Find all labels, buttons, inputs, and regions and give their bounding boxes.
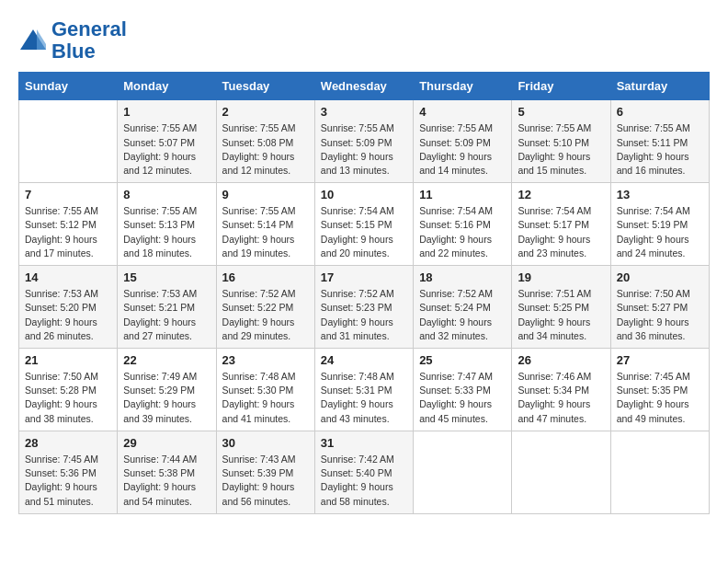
day-info: Sunrise: 7:45 AMSunset: 5:36 PMDaylight:… [25, 453, 111, 509]
day-info: Sunrise: 7:55 AMSunset: 5:10 PMDaylight:… [518, 121, 604, 178]
day-number: 1 [123, 105, 210, 119]
day-number: 27 [617, 353, 703, 367]
day-number: 22 [123, 353, 210, 367]
calendar-cell: 26Sunrise: 7:46 AMSunset: 5:34 PMDayligh… [512, 349, 610, 431]
day-info: Sunrise: 7:55 AMSunset: 5:07 PMDaylight:… [123, 121, 210, 178]
day-number: 24 [321, 353, 407, 367]
day-info: Sunrise: 7:55 AMSunset: 5:14 PMDaylight:… [222, 204, 309, 260]
calendar-cell: 18Sunrise: 7:52 AMSunset: 5:24 PMDayligh… [414, 266, 512, 349]
header-day: Sunday [19, 73, 118, 100]
calendar-body: 1Sunrise: 7:55 AMSunset: 5:07 PMDaylight… [19, 100, 710, 513]
day-info: Sunrise: 7:45 AMSunset: 5:35 PMDaylight:… [617, 370, 703, 426]
calendar-cell [512, 431, 610, 513]
day-info: Sunrise: 7:55 AMSunset: 5:11 PMDaylight:… [617, 121, 703, 178]
day-number: 8 [123, 188, 210, 201]
day-info: Sunrise: 7:54 AMSunset: 5:17 PMDaylight:… [518, 204, 604, 260]
calendar-week: 21Sunrise: 7:50 AMSunset: 5:28 PMDayligh… [19, 349, 710, 431]
calendar-cell: 4Sunrise: 7:55 AMSunset: 5:09 PMDaylight… [414, 100, 512, 183]
calendar-week: 28Sunrise: 7:45 AMSunset: 5:36 PMDayligh… [19, 431, 710, 513]
day-number: 11 [419, 188, 506, 201]
logo-icon [18, 28, 48, 53]
calendar-cell: 7Sunrise: 7:55 AMSunset: 5:12 PMDaylight… [19, 183, 118, 266]
day-number: 9 [222, 188, 309, 201]
day-number: 2 [222, 105, 309, 119]
day-number: 12 [518, 188, 604, 201]
calendar-cell: 10Sunrise: 7:54 AMSunset: 5:15 PMDayligh… [314, 183, 413, 266]
calendar-week: 7Sunrise: 7:55 AMSunset: 5:12 PMDaylight… [19, 183, 710, 266]
page-header: General Blue [18, 18, 710, 63]
calendar-cell [414, 431, 512, 513]
day-info: Sunrise: 7:49 AMSunset: 5:29 PMDaylight:… [123, 370, 210, 426]
calendar-cell: 8Sunrise: 7:55 AMSunset: 5:13 PMDaylight… [118, 183, 216, 266]
calendar-cell: 15Sunrise: 7:53 AMSunset: 5:21 PMDayligh… [118, 266, 216, 349]
calendar-cell: 3Sunrise: 7:55 AMSunset: 5:09 PMDaylight… [314, 100, 413, 183]
header-day: Thursday [414, 73, 512, 100]
calendar-cell: 22Sunrise: 7:49 AMSunset: 5:29 PMDayligh… [118, 349, 216, 431]
calendar-cell: 29Sunrise: 7:44 AMSunset: 5:38 PMDayligh… [118, 431, 216, 513]
day-info: Sunrise: 7:54 AMSunset: 5:19 PMDaylight:… [617, 204, 703, 260]
calendar-cell: 20Sunrise: 7:50 AMSunset: 5:27 PMDayligh… [610, 266, 709, 349]
day-number: 21 [25, 353, 111, 367]
day-number: 18 [419, 270, 506, 284]
calendar-table: SundayMondayTuesdayWednesdayThursdayFrid… [18, 72, 710, 513]
day-number: 14 [25, 270, 111, 284]
day-info: Sunrise: 7:42 AMSunset: 5:40 PMDaylight:… [321, 453, 407, 509]
day-number: 25 [419, 353, 506, 367]
day-number: 5 [518, 105, 604, 119]
calendar-cell: 27Sunrise: 7:45 AMSunset: 5:35 PMDayligh… [610, 349, 709, 431]
logo-blue: Blue [51, 40, 96, 63]
day-info: Sunrise: 7:50 AMSunset: 5:28 PMDaylight:… [25, 370, 111, 426]
calendar-cell [19, 100, 118, 183]
calendar-cell: 1Sunrise: 7:55 AMSunset: 5:07 PMDaylight… [118, 100, 216, 183]
day-info: Sunrise: 7:48 AMSunset: 5:31 PMDaylight:… [321, 370, 407, 426]
day-info: Sunrise: 7:55 AMSunset: 5:09 PMDaylight:… [419, 121, 506, 178]
day-info: Sunrise: 7:53 AMSunset: 5:20 PMDaylight:… [25, 287, 111, 343]
calendar-cell: 2Sunrise: 7:55 AMSunset: 5:08 PMDaylight… [216, 100, 314, 183]
calendar-week: 14Sunrise: 7:53 AMSunset: 5:20 PMDayligh… [19, 266, 710, 349]
header-day: Wednesday [314, 73, 413, 100]
calendar-header: SundayMondayTuesdayWednesdayThursdayFrid… [19, 73, 710, 100]
day-number: 17 [321, 270, 407, 284]
day-number: 15 [123, 270, 210, 284]
day-number: 7 [25, 188, 111, 201]
logo-general: General [51, 17, 127, 40]
day-number: 16 [222, 270, 309, 284]
calendar-cell: 19Sunrise: 7:51 AMSunset: 5:25 PMDayligh… [512, 266, 610, 349]
day-number: 13 [617, 188, 703, 201]
day-info: Sunrise: 7:51 AMSunset: 5:25 PMDaylight:… [518, 287, 604, 343]
calendar-cell: 31Sunrise: 7:42 AMSunset: 5:40 PMDayligh… [314, 431, 413, 513]
calendar-cell: 6Sunrise: 7:55 AMSunset: 5:11 PMDaylight… [610, 100, 709, 183]
calendar-cell: 13Sunrise: 7:54 AMSunset: 5:19 PMDayligh… [610, 183, 709, 266]
day-number: 30 [222, 436, 309, 450]
calendar-cell: 17Sunrise: 7:52 AMSunset: 5:23 PMDayligh… [314, 266, 413, 349]
day-info: Sunrise: 7:43 AMSunset: 5:39 PMDaylight:… [222, 453, 309, 509]
day-info: Sunrise: 7:55 AMSunset: 5:09 PMDaylight:… [321, 121, 407, 178]
calendar-week: 1Sunrise: 7:55 AMSunset: 5:07 PMDaylight… [19, 100, 710, 183]
day-number: 28 [25, 436, 111, 450]
calendar-cell: 23Sunrise: 7:48 AMSunset: 5:30 PMDayligh… [216, 349, 314, 431]
header-day: Tuesday [216, 73, 314, 100]
day-info: Sunrise: 7:55 AMSunset: 5:12 PMDaylight:… [25, 204, 111, 260]
day-number: 23 [222, 353, 309, 367]
calendar-cell: 28Sunrise: 7:45 AMSunset: 5:36 PMDayligh… [19, 431, 118, 513]
calendar-cell: 9Sunrise: 7:55 AMSunset: 5:14 PMDaylight… [216, 183, 314, 266]
day-number: 4 [419, 105, 506, 119]
day-info: Sunrise: 7:52 AMSunset: 5:23 PMDaylight:… [321, 287, 407, 343]
day-info: Sunrise: 7:53 AMSunset: 5:21 PMDaylight:… [123, 287, 210, 343]
day-info: Sunrise: 7:48 AMSunset: 5:30 PMDaylight:… [222, 370, 309, 426]
day-number: 6 [617, 105, 703, 119]
svg-marker-1 [37, 29, 46, 50]
calendar-cell: 25Sunrise: 7:47 AMSunset: 5:33 PMDayligh… [414, 349, 512, 431]
logo: General Blue [18, 18, 127, 63]
header-day: Saturday [610, 73, 709, 100]
day-info: Sunrise: 7:52 AMSunset: 5:22 PMDaylight:… [222, 287, 309, 343]
calendar-cell: 12Sunrise: 7:54 AMSunset: 5:17 PMDayligh… [512, 183, 610, 266]
day-info: Sunrise: 7:47 AMSunset: 5:33 PMDaylight:… [419, 370, 506, 426]
day-info: Sunrise: 7:52 AMSunset: 5:24 PMDaylight:… [419, 287, 506, 343]
day-number: 10 [321, 188, 407, 201]
header-row: SundayMondayTuesdayWednesdayThursdayFrid… [19, 73, 710, 100]
day-number: 19 [518, 270, 604, 284]
calendar-cell [610, 431, 709, 513]
day-info: Sunrise: 7:44 AMSunset: 5:38 PMDaylight:… [123, 453, 210, 509]
calendar-cell: 30Sunrise: 7:43 AMSunset: 5:39 PMDayligh… [216, 431, 314, 513]
